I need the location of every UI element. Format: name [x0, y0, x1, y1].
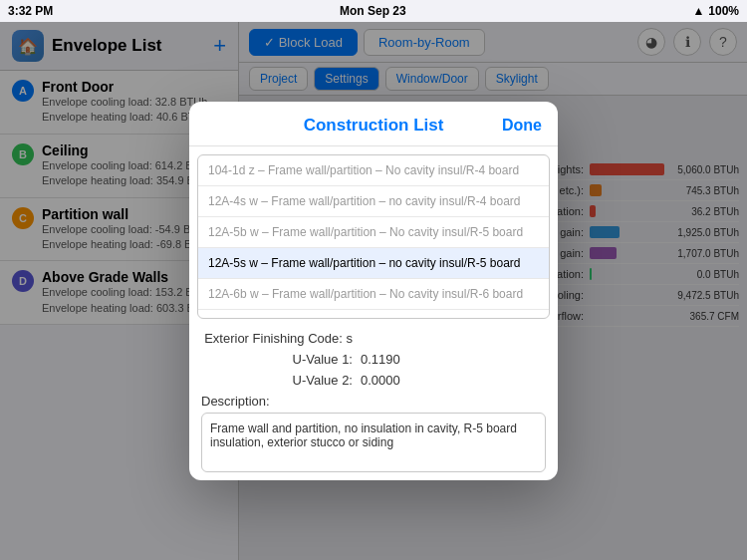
- modal-title: Construction List: [245, 116, 502, 136]
- status-right: ▲ 100%: [692, 4, 739, 18]
- status-time: 3:32 PM: [8, 4, 53, 18]
- exterior-finishing-row: Exterior Finishing Code: s: [201, 331, 546, 346]
- uvalue2-label: U-Value 2:: [201, 373, 361, 388]
- description-text: Frame wall and partition, no insulation …: [201, 413, 546, 472]
- wifi-icon: ▲: [692, 4, 704, 18]
- construction-item[interactable]: 12A-6s w – Frame wall/partition – no cav…: [198, 310, 549, 319]
- construction-item-selected[interactable]: 12A-5s w – Frame wall/partition – no cav…: [198, 248, 549, 279]
- modal-done-button[interactable]: Done: [502, 117, 542, 135]
- construction-item[interactable]: 12A-6b w – Frame wall/partition – No cav…: [198, 279, 549, 310]
- modal-fields: Exterior Finishing Code: s U-Value 1: 0.…: [197, 331, 550, 472]
- uvalue1-row: U-Value 1: 0.1190: [201, 352, 546, 367]
- description-label: Description:: [201, 394, 546, 409]
- uvalue2-value: 0.0000: [361, 373, 400, 388]
- status-bar: 3:32 PM Mon Sep 23 ▲ 100%: [0, 0, 747, 22]
- modal-overlay[interactable]: Construction List Done 104-1d z – Frame …: [0, 22, 747, 560]
- construction-item[interactable]: 104-1d z – Frame wall/partition – No cav…: [198, 155, 549, 186]
- uvalue2-row: U-Value 2: 0.0000: [201, 373, 546, 388]
- construction-item[interactable]: 12A-4s w – Frame wall/partition – no cav…: [198, 186, 549, 217]
- construction-item[interactable]: 12A-5b w – Frame wall/partition – No cav…: [198, 217, 549, 248]
- status-day: Mon Sep 23: [340, 4, 406, 18]
- battery-status: 100%: [708, 4, 739, 18]
- uvalue1-label: U-Value 1:: [201, 352, 361, 367]
- modal-dialog: Construction List Done 104-1d z – Frame …: [189, 102, 558, 480]
- uvalue1-value: 0.1190: [361, 352, 400, 367]
- modal-body: 104-1d z – Frame wall/partition – No cav…: [189, 146, 558, 480]
- construction-list: 104-1d z – Frame wall/partition – No cav…: [197, 154, 550, 319]
- exterior-finishing-label: Exterior Finishing Code: s: [201, 331, 361, 346]
- modal-header: Construction List Done: [189, 102, 558, 146]
